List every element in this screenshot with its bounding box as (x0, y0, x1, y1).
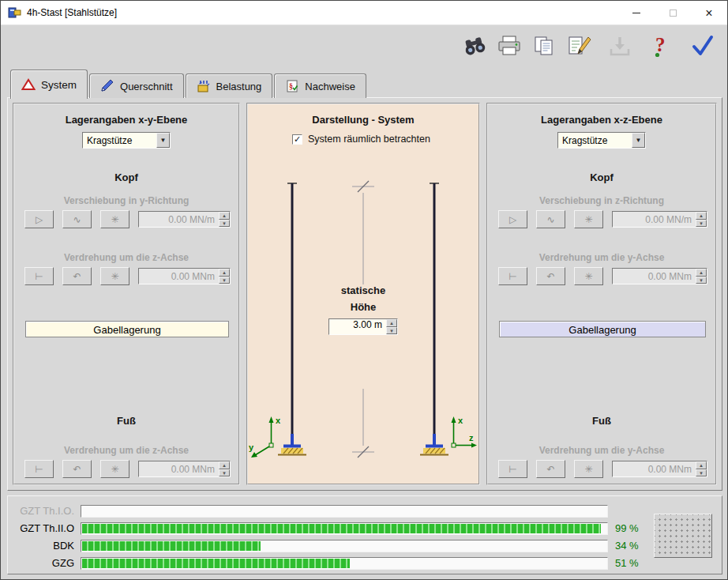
value-spinner: ▴ ▾ (696, 461, 707, 476)
checkbox-box: ✓ (292, 134, 302, 145)
tab-system[interactable]: System (10, 70, 88, 99)
combo-value: Kragstütze (558, 133, 632, 148)
progress-track (81, 540, 608, 552)
progress-track (81, 505, 608, 518)
spring-stiffness-input[interactable]: 0.00 MN/m ▴ ▾ (138, 211, 231, 228)
group-label: Verdrehung um die z-Achse (14, 445, 238, 456)
clamp-support-button[interactable]: ⊢ (24, 460, 54, 478)
clamp-support-button[interactable]: ⊢ (24, 267, 54, 285)
help-button[interactable]: ? (644, 29, 678, 62)
gabellagerung-button-xz[interactable]: Gabellagerung (499, 321, 706, 337)
tab-querschnitt[interactable]: Querschnitt (89, 73, 183, 98)
result-label: GZG (13, 557, 81, 569)
spin-up-icon[interactable]: ▴ (219, 212, 230, 220)
system-3d-checkbox[interactable]: ✓ System räumlich betrachten (292, 134, 430, 145)
printer-icon (496, 35, 523, 57)
rigid-support-button[interactable]: ✳ (574, 460, 603, 478)
spin-up-icon[interactable]: ▴ (219, 269, 230, 277)
result-row-gzt1: GZT Th.I.O. (13, 504, 651, 518)
height-input[interactable]: 3.00 m ▴ ▾ (328, 318, 398, 335)
spring-icon: ∿ (546, 214, 554, 225)
rotation-stiffness-input[interactable]: 0.00 MNm ▴ ▾ (138, 268, 231, 284)
rigid-support-button[interactable]: ✳ (100, 460, 129, 478)
minimize-button[interactable] (618, 1, 655, 25)
spin-up-icon[interactable]: ▴ (386, 319, 397, 327)
clamp-support-button[interactable]: ⊢ (498, 460, 527, 478)
system-drawing: x y x z (248, 152, 478, 484)
details-grid-button[interactable] (654, 514, 712, 558)
spring-support-button[interactable]: ∿ (536, 210, 565, 228)
spin-down-icon[interactable]: ▾ (219, 469, 230, 477)
apply-button[interactable] (685, 29, 719, 62)
maximize-button[interactable] (655, 1, 691, 25)
rigid-icon: ✳ (111, 271, 118, 282)
axes-xz: x z (452, 416, 478, 448)
import-button[interactable] (602, 29, 637, 62)
close-button[interactable]: × (691, 1, 727, 25)
spin-up-icon[interactable]: ▴ (696, 269, 707, 277)
spin-down-icon[interactable]: ▾ (696, 277, 707, 284)
rotation-stiffness-input[interactable]: 0.00 MNm ▴ ▾ (138, 461, 231, 477)
tab-belastung[interactable]: Belastung (186, 73, 273, 98)
spin-up-icon[interactable]: ▴ (219, 461, 230, 469)
rigid-icon: ✳ (584, 214, 592, 225)
gabellagerung-button-xy[interactable]: Gabellagerung (25, 321, 229, 337)
spin-up-icon[interactable]: ▴ (696, 461, 707, 469)
rigid-icon: ✳ (111, 464, 118, 475)
main-content: Lagerangaben x-y-Ebene Kragstütze ▼ Kopf… (7, 97, 722, 491)
rotation-spring-button[interactable]: ↶ (62, 267, 92, 285)
roller-support-button[interactable]: ▷ (498, 210, 527, 228)
support-type-select-xy[interactable]: Kragstütze ▼ (82, 132, 171, 149)
copy-icon (531, 35, 557, 57)
checkbox-label: System räumlich betrachten (308, 134, 430, 145)
kopf-heading: Kopf (14, 171, 238, 183)
group-label: Verschiebung in z-Richtung (488, 195, 715, 206)
rigid-support-button[interactable]: ✳ (100, 210, 129, 228)
spin-down-icon[interactable]: ▾ (386, 327, 397, 335)
rotation-spring-button[interactable]: ↶ (536, 267, 565, 285)
group-label: Verdrehung um die z-Achse (14, 252, 238, 263)
rotation-spring-button[interactable]: ↶ (536, 460, 565, 478)
system-tab-icon (21, 78, 36, 91)
spin-down-icon[interactable]: ▾ (219, 277, 230, 284)
confirm-check-icon (689, 35, 715, 57)
progress-fill (82, 559, 350, 568)
app-window: 4h-Stast [Stahlstütze] × (0, 0, 728, 580)
support-row: ⊢ ↶ ✳ 0.00 MNm ▴ ▾ (498, 460, 707, 478)
chevron-down-icon[interactable]: ▼ (632, 133, 645, 148)
tab-nachweise[interactable]: § Nachweise (274, 73, 366, 98)
spin-down-icon[interactable]: ▾ (696, 469, 707, 477)
copy-button[interactable] (527, 29, 561, 62)
rigid-support-button[interactable]: ✳ (100, 267, 129, 285)
result-percent: 34 % (615, 540, 651, 552)
clamp-icon: ⊢ (35, 271, 43, 282)
support-type-select-xz[interactable]: Kragstütze ▼ (557, 132, 646, 149)
panel-title: Lagerangaben x-z-Ebene (488, 114, 715, 126)
spin-down-icon[interactable]: ▾ (219, 220, 230, 228)
panel-lager-xy: Lagerangaben x-y-Ebene Kragstütze ▼ Kopf… (13, 103, 240, 485)
tab-label: Belastung (216, 81, 262, 92)
spring-support-button[interactable]: ∿ (62, 210, 92, 228)
value-spinner: ▴ ▾ (696, 212, 707, 227)
rigid-support-button[interactable]: ✳ (574, 267, 603, 285)
rigid-support-button[interactable]: ✳ (574, 210, 603, 228)
rotation-stiffness-input[interactable]: 0.00 MNm ▴ ▾ (612, 268, 707, 284)
clamp-support-button[interactable]: ⊢ (498, 267, 527, 285)
kopf-heading: Kopf (488, 171, 715, 183)
panel-lager-xz: Lagerangaben x-z-Ebene Kragstütze ▼ Kopf… (486, 103, 717, 485)
window-title: 4h-Stast [Stahlstütze] (27, 7, 117, 18)
value-text: 0.00 MNm (139, 464, 219, 475)
rotation-stiffness-input[interactable]: 0.00 MNm ▴ ▾ (612, 461, 707, 477)
spring-stiffness-input[interactable]: 0.00 MN/m ▴ ▾ (612, 211, 707, 228)
print-button[interactable] (492, 29, 527, 62)
edit-button[interactable] (561, 29, 596, 62)
roller-support-button[interactable]: ▷ (24, 210, 54, 228)
spin-up-icon[interactable]: ▴ (696, 212, 707, 220)
rotation-spring-button[interactable]: ↶ (62, 460, 92, 478)
status-panel: GZT Th.I.O. GZT Th.II.O 99 % BDK 34 % GZ… (7, 495, 722, 574)
spin-down-icon[interactable]: ▾ (696, 220, 707, 228)
checklist-pencil-icon (565, 35, 592, 57)
chevron-down-icon[interactable]: ▼ (156, 133, 170, 148)
search-button[interactable] (457, 29, 492, 62)
value-text: 0.00 MNm (613, 271, 696, 282)
